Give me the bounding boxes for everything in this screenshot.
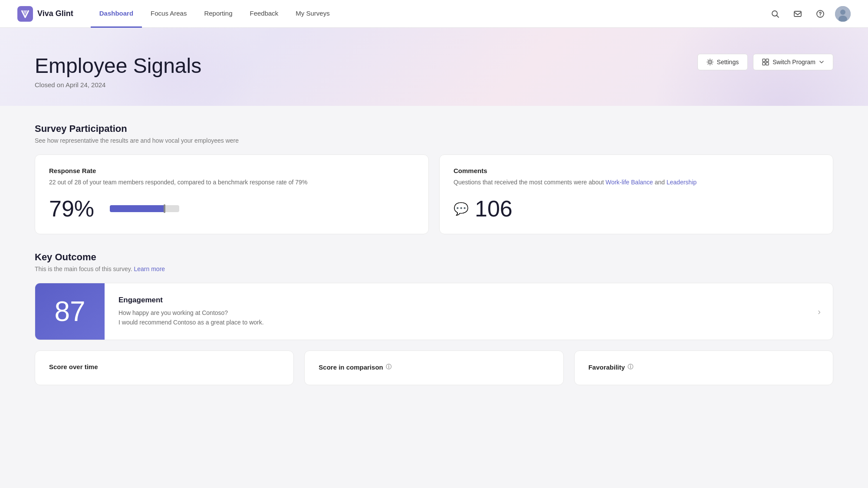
favorability-title: Favorability ⓘ xyxy=(589,363,819,371)
score-over-time-card: Score over time xyxy=(35,350,294,385)
chat-bubble-icon: 💬 xyxy=(454,202,469,216)
engagement-desc-line1: How happy are you working at Contoso? xyxy=(118,308,792,318)
key-outcome-subtitle: This is the main focus of this survey. L… xyxy=(35,265,833,272)
comments-desc-prefix: Questions that received the most comment… xyxy=(454,179,605,186)
page-title: Employee Signals xyxy=(35,54,833,78)
engagement-card[interactable]: 87 Engagement How happy are you working … xyxy=(35,283,833,340)
comments-desc-middle: and xyxy=(653,179,667,186)
participation-cards-row: Response Rate 22 out of 28 of your team … xyxy=(35,154,833,234)
engagement-title: Engagement xyxy=(118,296,792,305)
favorability-label: Favorability xyxy=(589,364,625,371)
comments-count: 106 xyxy=(475,196,513,222)
survey-participation-section: Survey Participation See how representat… xyxy=(35,123,833,144)
response-rate-title: Response Rate xyxy=(49,167,414,174)
progress-bar-fill xyxy=(110,205,164,212)
score-over-time-label: Score over time xyxy=(49,363,98,370)
logo-area[interactable]: Viva Glint xyxy=(17,6,73,22)
nav-feedback[interactable]: Feedback xyxy=(241,0,287,28)
favorability-card: Favorability ⓘ xyxy=(574,350,833,385)
survey-participation-subtitle: See how representative the results are a… xyxy=(35,137,833,144)
svg-point-7 xyxy=(840,10,845,15)
nav-my-surveys[interactable]: My Surveys xyxy=(287,0,338,28)
main-nav: Dashboard Focus Areas Reporting Feedback… xyxy=(91,0,767,28)
key-outcome-section: Key Outcome This is the main focus of th… xyxy=(35,252,833,272)
mail-icon xyxy=(793,10,802,18)
nav-reporting[interactable]: Reporting xyxy=(195,0,241,28)
main-content: Survey Participation See how representat… xyxy=(0,106,868,403)
help-icon xyxy=(816,10,825,18)
response-rate-desc: 22 out of 28 of your team members respon… xyxy=(49,178,414,187)
engagement-desc-line2: I would recommend Contoso as a great pla… xyxy=(118,318,792,327)
survey-participation-title: Survey Participation xyxy=(35,123,833,134)
response-rate-number: 79% xyxy=(49,196,94,222)
score-comparison-info-icon[interactable]: ⓘ xyxy=(386,363,391,371)
nav-focus-areas[interactable]: Focus Areas xyxy=(142,0,195,28)
work-life-balance-link[interactable]: Work-life Balance xyxy=(605,179,653,186)
score-in-comparison-title: Score in comparison ⓘ xyxy=(319,363,549,371)
progress-bar-marker xyxy=(164,204,165,213)
bottom-cards-row: Score over time Score in comparison ⓘ Fa… xyxy=(35,350,833,385)
response-rate-card: Response Rate 22 out of 28 of your team … xyxy=(35,154,429,234)
learn-more-link[interactable]: Learn more xyxy=(134,265,165,272)
header-actions xyxy=(767,6,851,22)
viva-glint-logo-icon xyxy=(17,6,33,22)
score-in-comparison-label: Score in comparison xyxy=(319,364,383,371)
progress-bar xyxy=(110,205,179,212)
key-outcome-subtitle-text: This is the main focus of this survey. xyxy=(35,265,132,272)
svg-line-2 xyxy=(777,15,779,17)
favorability-info-icon[interactable]: ⓘ xyxy=(628,363,633,371)
engagement-score-box: 87 xyxy=(35,283,105,340)
score-over-time-title: Score over time xyxy=(49,363,279,370)
logo-text: Viva Glint xyxy=(37,9,73,18)
comments-desc: Questions that received the most comment… xyxy=(454,178,819,187)
comments-title: Comments xyxy=(454,167,819,174)
chevron-right-icon: › xyxy=(806,307,833,317)
score-in-comparison-card: Score in comparison ⓘ xyxy=(304,350,563,385)
response-rate-progress-row: 79% xyxy=(49,196,414,222)
hero-section: Settings Switch Program Employee Signals… xyxy=(0,28,868,106)
header: Viva Glint Dashboard Focus Areas Reporti… xyxy=(0,0,868,28)
svg-rect-3 xyxy=(794,11,801,16)
engagement-info: Engagement How happy are you working at … xyxy=(105,285,806,338)
key-outcome-title: Key Outcome xyxy=(35,252,833,263)
help-button[interactable] xyxy=(812,6,828,22)
engagement-desc: How happy are you working at Contoso? I … xyxy=(118,308,792,328)
engagement-score: 87 xyxy=(54,295,85,328)
avatar-image xyxy=(835,6,851,22)
survey-closed-date: Closed on April 24, 2024 xyxy=(35,81,833,88)
svg-point-5 xyxy=(820,15,821,16)
user-avatar[interactable] xyxy=(835,6,851,22)
comments-card: Comments Questions that received the mos… xyxy=(439,154,833,234)
nav-dashboard[interactable]: Dashboard xyxy=(91,0,142,28)
search-button[interactable] xyxy=(767,6,783,22)
search-icon xyxy=(771,10,779,18)
leadership-link[interactable]: Leadership xyxy=(667,179,697,186)
comments-count-row: 💬 106 xyxy=(454,196,819,222)
notifications-button[interactable] xyxy=(790,6,806,22)
